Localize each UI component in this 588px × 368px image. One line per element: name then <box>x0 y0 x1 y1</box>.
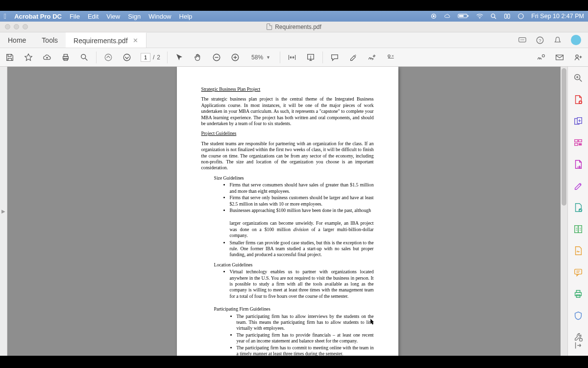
combine-files-icon[interactable] <box>573 116 584 127</box>
doc-intro: The strategic business plan project is t… <box>201 96 374 127</box>
svg-rect-53 <box>576 295 580 297</box>
document-viewport[interactable]: Strategic Business Plan Project The stra… <box>7 67 567 356</box>
svg-rect-32 <box>556 55 564 60</box>
scrollbar-thumb[interactable] <box>562 68 566 206</box>
tab-tools[interactable]: Tools <box>34 32 66 48</box>
zoom-out-icon[interactable] <box>212 53 221 62</box>
page-total: 2 <box>157 54 160 61</box>
svg-point-33 <box>576 54 578 57</box>
print-production-icon[interactable] <box>573 289 584 299</box>
svg-point-1 <box>433 15 435 17</box>
menu-sign[interactable]: Sign <box>128 13 141 20</box>
svg-rect-52 <box>576 290 580 293</box>
share-people-icon[interactable] <box>573 53 583 62</box>
svg-point-22 <box>105 54 112 61</box>
siri-icon[interactable] <box>517 13 524 20</box>
search-plus-icon[interactable] <box>573 73 584 83</box>
svg-line-21 <box>85 58 88 60</box>
edit-pdf-icon[interactable] <box>573 181 584 191</box>
main-toolbar: / 2 58% ▼ <box>0 48 588 67</box>
create-pdf-icon[interactable] <box>573 94 584 105</box>
svg-point-5 <box>480 18 481 19</box>
zoom-level[interactable]: 58% ▼ <box>249 53 273 62</box>
svg-point-13 <box>522 39 523 40</box>
svg-line-35 <box>579 79 582 82</box>
find-icon[interactable] <box>79 53 89 62</box>
svg-rect-18 <box>64 54 67 56</box>
selection-tool-icon[interactable] <box>174 53 184 62</box>
status-record-icon <box>430 13 437 20</box>
apple-menu-icon[interactable]:  <box>4 12 6 20</box>
page-current-input[interactable] <box>141 53 150 62</box>
participating-firm-list: The participating firm has to allow inte… <box>201 314 374 356</box>
pdf-page: Strategic Business Plan Project The stra… <box>177 67 398 356</box>
fill-sign-icon[interactable] <box>573 245 584 256</box>
mac-menubar:  Acrobat Pro DC File Edit View Sign Win… <box>0 11 588 22</box>
svg-rect-43 <box>574 143 577 146</box>
sticky-note-icon[interactable] <box>330 53 340 62</box>
spotlight-icon[interactable] <box>490 13 497 20</box>
app-tabs: Home Tools Requirements.pdf ✕ ? <box>0 32 588 48</box>
export-pdf-icon[interactable] <box>573 159 584 170</box>
account-avatar[interactable] <box>571 35 581 45</box>
star-icon[interactable] <box>24 53 33 62</box>
tab-home[interactable]: Home <box>0 32 34 48</box>
list-item: Smaller firms can provide good case stud… <box>230 240 374 258</box>
size-guidelines-list: Firms that serve consumers should have s… <box>201 182 374 213</box>
save-icon[interactable] <box>5 53 15 62</box>
svg-rect-47 <box>578 226 582 233</box>
share-sign-icon[interactable] <box>536 53 546 62</box>
menu-help[interactable]: Help <box>179 13 193 20</box>
compare-files-icon[interactable] <box>573 224 584 235</box>
cloud-upload-icon[interactable] <box>42 53 52 62</box>
vertical-scrollbar[interactable] <box>561 67 567 356</box>
pdf-file-icon <box>267 24 272 30</box>
control-center-icon[interactable] <box>504 13 511 20</box>
project-guidelines-heading: Project Guidelines <box>201 131 374 136</box>
fit-width-icon[interactable] <box>287 53 297 62</box>
svg-text:?: ? <box>539 38 541 43</box>
share-comments-icon[interactable] <box>518 36 527 45</box>
left-panel-toggle[interactable]: ▶ <box>0 67 7 356</box>
organize-pages-icon[interactable] <box>573 137 584 148</box>
svg-point-12 <box>520 39 521 40</box>
request-signatures-icon[interactable] <box>573 202 584 213</box>
menu-edit[interactable]: Edit <box>88 13 98 20</box>
zoom-in-icon[interactable] <box>230 53 240 62</box>
menu-window[interactable]: Window <box>148 13 171 20</box>
read-mode-icon[interactable] <box>306 53 316 62</box>
page-down-icon[interactable] <box>122 53 132 62</box>
list-item: The participating firm has to allow inte… <box>237 314 374 332</box>
tab-current-file[interactable]: Requirements.pdf ✕ <box>66 32 147 48</box>
doc-title: Strategic Business Plan Project <box>201 86 374 92</box>
collapse-rail-icon[interactable] <box>573 340 584 351</box>
hand-tool-icon[interactable] <box>193 53 203 62</box>
protect-icon[interactable] <box>573 310 584 321</box>
svg-rect-9 <box>508 14 510 19</box>
help-icon[interactable]: ? <box>536 36 544 45</box>
tab-file-label: Requirements.pdf <box>74 37 128 45</box>
window-traffic-lights[interactable] <box>0 24 28 29</box>
size-cont: larger organizations can become unwieldy… <box>230 220 374 238</box>
stamp-icon[interactable] <box>386 53 395 62</box>
menu-view[interactable]: View <box>106 13 120 20</box>
email-icon[interactable] <box>555 53 564 62</box>
print-icon[interactable] <box>61 53 71 62</box>
list-item: Firms that serve consumers should have s… <box>230 182 374 194</box>
app-name[interactable]: Acrobat Pro DC <box>14 13 62 20</box>
menubar-clock: Fri Sep 10 2:47 PM <box>531 13 584 20</box>
sign-tool-icon[interactable] <box>367 53 377 62</box>
tab-close-icon[interactable]: ✕ <box>133 37 138 44</box>
notifications-icon[interactable] <box>553 36 562 45</box>
right-tools-rail <box>567 67 588 356</box>
svg-line-7 <box>494 17 496 19</box>
workspace: ▶ Strategic Business Plan Project The st… <box>0 67 588 356</box>
svg-point-23 <box>123 54 130 61</box>
send-comments-icon[interactable] <box>573 267 584 278</box>
highlight-icon[interactable] <box>348 53 358 62</box>
location-guidelines-list: Virtual technology enables us to partner… <box>201 269 374 299</box>
project-guidelines-text: The student teams are responsible for pa… <box>201 141 374 171</box>
menu-file[interactable]: File <box>70 13 80 20</box>
page-up-icon[interactable] <box>103 53 113 62</box>
svg-point-30 <box>388 54 391 57</box>
